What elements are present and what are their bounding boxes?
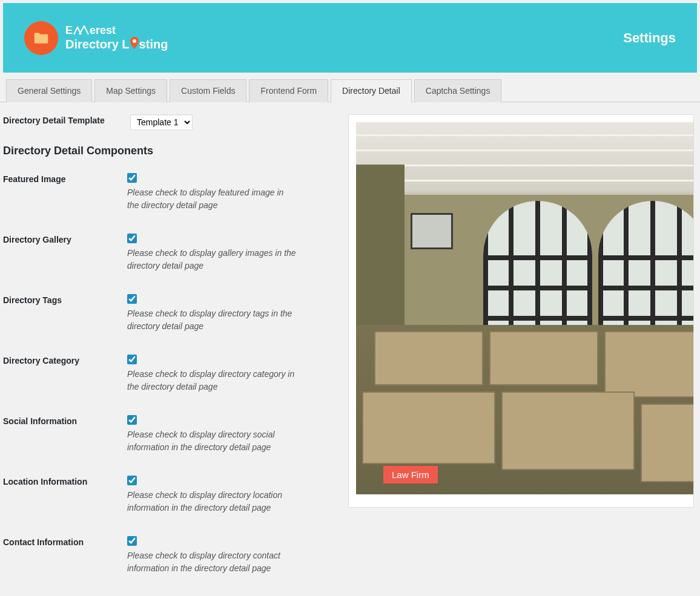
- option-description: Please check to display directory social…: [127, 428, 297, 454]
- option-description: Please check to display gallery images i…: [127, 247, 297, 272]
- tab-bar: General SettingsMap SettingsCustom Field…: [0, 73, 700, 102]
- page-title: Settings: [623, 30, 676, 46]
- brand-folder-icon: [24, 21, 58, 55]
- option-label: Directory Gallery: [3, 234, 127, 272]
- mountain-icon: [73, 25, 89, 35]
- preview-category-badge: Law Firm: [383, 466, 438, 483]
- settings-form: Directory Detail Template Template 1 Dir…: [3, 114, 342, 596]
- svg-point-0: [133, 39, 136, 43]
- tab-captcha-settings[interactable]: Captcha Settings: [414, 79, 502, 102]
- tab-frontend-form[interactable]: Frontend Form: [249, 79, 328, 102]
- tab-custom-fields[interactable]: Custom Fields: [170, 79, 246, 102]
- option-description: Please check to display directory contac…: [127, 549, 297, 575]
- option-label: Featured Image: [3, 173, 127, 212]
- option-checkbox-contact-information[interactable]: [127, 536, 137, 546]
- brand-text: E erest Directory L sting: [65, 24, 168, 52]
- option-checkbox-location-information[interactable]: [127, 476, 137, 485]
- option-checkbox-social-information[interactable]: [127, 415, 137, 425]
- template-select[interactable]: Template 1: [130, 114, 193, 130]
- preview-featured-image: Law Firm: [356, 122, 694, 494]
- option-description: Please check to display featured image i…: [127, 186, 297, 212]
- option-checkbox-featured-image[interactable]: [127, 173, 137, 183]
- tab-map-settings[interactable]: Map Settings: [94, 79, 167, 102]
- option-label: Social Information: [3, 415, 127, 454]
- option-checkbox-directory-category[interactable]: [127, 355, 137, 364]
- option-label: Directory Category: [3, 355, 127, 393]
- option-label: Directory Tags: [3, 294, 127, 333]
- tab-general-settings[interactable]: General Settings: [6, 79, 92, 102]
- section-title: Directory Detail Components: [3, 145, 336, 157]
- option-description: Please check to display directory catego…: [127, 368, 297, 393]
- option-label: Contact Information: [3, 536, 127, 575]
- option-checkbox-directory-gallery[interactable]: [127, 234, 137, 243]
- option-description: Please check to display directory tags i…: [127, 307, 297, 333]
- option-label: Location Information: [3, 476, 127, 514]
- option-description: Please check to display directory locati…: [127, 489, 297, 514]
- template-label: Directory Detail Template: [3, 114, 124, 130]
- preview-panel[interactable]: Law Firm: [348, 114, 694, 508]
- brand: E erest Directory L sting: [24, 21, 168, 55]
- option-checkbox-directory-tags[interactable]: [127, 294, 137, 304]
- pin-icon: [130, 37, 139, 52]
- tab-directory-detail[interactable]: Directory Detail: [331, 79, 412, 102]
- header-banner: E erest Directory L sting Settings: [3, 3, 697, 73]
